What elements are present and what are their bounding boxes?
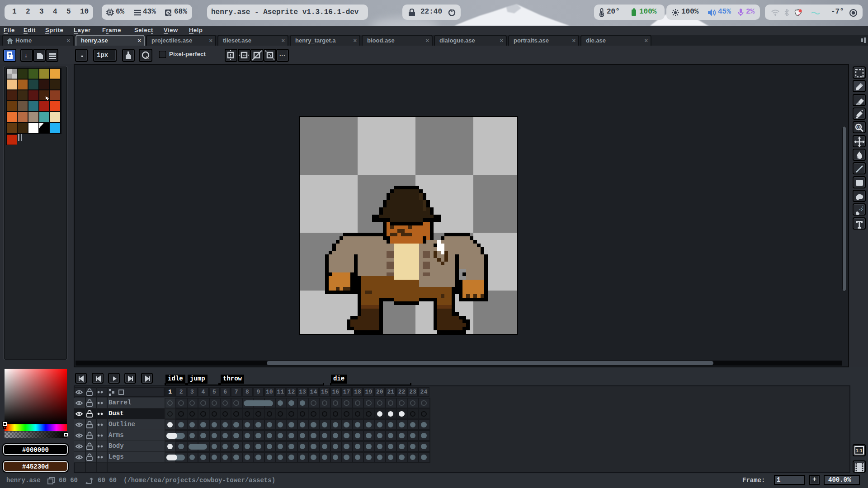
- svg-text:Q: Q: [857, 125, 860, 129]
